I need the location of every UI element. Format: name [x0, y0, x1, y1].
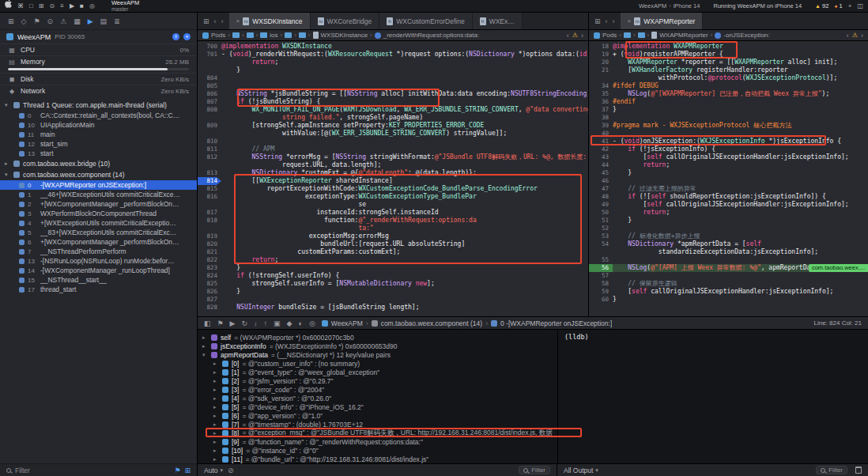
- variable-row[interactable]: ▸[5]= @"device_info" : @"iPhone_iOS_16.2…: [198, 402, 557, 411]
- jumpbar-segment[interactable]: WXSDKInstance: [313, 32, 368, 39]
- code-line[interactable]: withProtocol:@protocol(WXJSExceptionProt…: [589, 74, 868, 82]
- code-line[interactable]: 812 NSString *errorMsg = [NSString strin…: [198, 153, 588, 161]
- code-line[interactable]: 816 exceptionType:WXCustomExceptionType_…: [198, 193, 588, 201]
- related-items-icon[interactable]: ⊞: [203, 17, 209, 25]
- code-line[interactable]: 825 strongSelf.userInfo = [NSMutableDict…: [198, 280, 588, 288]
- code-line[interactable]: return;: [198, 59, 588, 66]
- console-filter-field[interactable]: Filter: [816, 466, 847, 474]
- code-line[interactable]: 20 WXAPMReporter *reporter = [[WXAPMRepo…: [589, 59, 868, 66]
- line-number[interactable]: 826: [198, 288, 221, 296]
- stack-frame[interactable]: 3WXPerformBlockOnComponentThread: [0, 209, 197, 218]
- editor-tab[interactable]: hWXCustomErrorDefine: [379, 13, 472, 29]
- variable-row[interactable]: ▸[6]= @"app_version" : @"1.0": [198, 411, 557, 420]
- tile-window-icon[interactable]: □: [29, 0, 33, 13]
- code-line[interactable]: 44 return;: [589, 161, 868, 169]
- code-line[interactable]: 36#endif: [589, 98, 868, 106]
- code-line[interactable]: 808 WX_MONITOR_FAIL_ON_PAGE(WXMTJSDownlo…: [198, 106, 588, 114]
- editor-tab[interactable]: ×mWXSDKInstance: [229, 13, 311, 29]
- line-number[interactable]: 19: [589, 51, 613, 59]
- filter-placeholder[interactable]: Filter: [15, 467, 30, 474]
- code-line[interactable]: 817 instanceId:strongSelf.instanceId: [198, 209, 588, 217]
- code-line[interactable]: 805: [198, 82, 588, 90]
- line-number[interactable]: 60: [589, 296, 613, 304]
- line-number[interactable]: 46: [589, 177, 613, 185]
- process-options-button[interactable]: ▾: [183, 33, 191, 40]
- disclosure-icon[interactable]: ▸: [213, 387, 219, 393]
- breakpoints-toggle-icon[interactable]: ⚑: [217, 319, 224, 327]
- editor-tab[interactable]: mWXCoreBridge: [311, 13, 380, 29]
- variables-scope-dropdown[interactable]: Auto▾: [204, 467, 223, 474]
- code-line[interactable]: 57: [589, 272, 868, 280]
- variables-filter-field[interactable]: Filter: [519, 466, 550, 474]
- line-number[interactable]: 824: [198, 272, 221, 280]
- process-row[interactable]: WeexAPM PID 30065 ‖ ▾: [0, 30, 197, 43]
- tests-icon[interactable]: ▦: [74, 17, 81, 25]
- code-line[interactable]: withValue:[@(WX_ERR_JSBUNDLE_STRING_CONV…: [198, 130, 588, 138]
- line-number[interactable]: 810: [198, 138, 221, 145]
- variable-row[interactable]: ▸[2]= @"jsfm_version" : @"0.29.7": [198, 376, 557, 385]
- issues-icon[interactable]: ⚠: [60, 17, 66, 25]
- code-line[interactable]: request.URL, data.length];: [198, 161, 588, 169]
- code-line[interactable]: 701- (void)_renderWithRequest:(WXResourc…: [198, 51, 588, 59]
- code-line[interactable]: 822 return;: [198, 256, 588, 264]
- editor-tab[interactable]: hWXEx…: [473, 13, 523, 29]
- code-line[interactable]: string failed.", strongSelf.pageName): [198, 114, 588, 122]
- source-control-icon[interactable]: ◇: [21, 17, 27, 25]
- line-number[interactable]: 806: [198, 90, 221, 98]
- line-number[interactable]: 807: [198, 98, 221, 106]
- step-out-icon[interactable]: ↑: [264, 319, 268, 327]
- jumpbar-segment[interactable]: -onJSException:: [715, 32, 769, 39]
- jumpbar-segment[interactable]: [232, 32, 240, 38]
- window-icon[interactable]: ⌘: [17, 0, 24, 13]
- line-number[interactable]: 38: [589, 114, 613, 122]
- line-number[interactable]: [198, 161, 221, 169]
- line-number[interactable]: 54: [589, 240, 613, 248]
- code-line[interactable]: ta:": [198, 225, 588, 232]
- stack-frame[interactable]: 0CA::Context::retain_all_contexts(bool, …: [0, 111, 197, 120]
- gauge-disk[interactable]: ◼DiskZero KB/s: [0, 73, 197, 85]
- jumpbar-segment[interactable]: [299, 32, 306, 38]
- line-number[interactable]: 18: [589, 43, 613, 51]
- next-issue-icon[interactable]: ›: [581, 32, 583, 40]
- line-number[interactable]: 812: [198, 153, 221, 161]
- disclosure-icon[interactable]: ▸: [213, 430, 219, 436]
- disclosure-icon[interactable]: ▾: [5, 172, 10, 178]
- code-line[interactable]: 38: [589, 114, 868, 122]
- line-number[interactable]: 34: [589, 82, 613, 90]
- step-over-icon[interactable]: ↻: [242, 319, 248, 327]
- line-number[interactable]: [198, 59, 221, 66]
- variable-row[interactable]: ▸[7]= @"timestamp" : (double) 1.76703E+1…: [198, 420, 557, 429]
- code-line[interactable]: 48 if (![self shouldReportException:jsEx…: [589, 193, 868, 201]
- apple-menu-icon[interactable]: [5, 0, 12, 13]
- breakpoint-marker[interactable]: 814: [198, 177, 221, 185]
- disclosure-icon[interactable]: ▸: [213, 378, 219, 384]
- stack-frame[interactable]: 10UIApplicationMain: [0, 120, 197, 130]
- related-items-icon[interactable]: ⊞: [594, 17, 601, 25]
- prev-issue-icon[interactable]: ‹: [847, 32, 849, 40]
- code-line[interactable]: 46: [589, 177, 868, 185]
- line-number[interactable]: 55: [589, 256, 613, 264]
- continue-icon[interactable]: ▶: [230, 319, 236, 327]
- line-number[interactable]: 820: [198, 240, 221, 248]
- code-line[interactable]: 51 }: [589, 217, 868, 225]
- stack-frame[interactable]: 6+[WXComponentManager _performBlockOn…: [0, 237, 197, 247]
- code-line[interactable]: 815 reportExceptionWithCode:WXCustomExce…: [198, 185, 588, 193]
- jumpbar-segment[interactable]: [247, 32, 254, 38]
- line-number[interactable]: 52: [589, 225, 613, 232]
- disclosure-icon[interactable]: ▸: [213, 439, 219, 445]
- code-line[interactable]: 811 // APM: [198, 145, 588, 153]
- view-hierarchy-icon[interactable]: ▣: [274, 319, 281, 327]
- gauge-network[interactable]: ◆NetworkZero KB/s: [0, 85, 197, 96]
- crash-filter-icon[interactable]: ⊞: [184, 467, 191, 474]
- debug-breadcrumb[interactable]: 0 -[WXAPMReporter onJSException:]: [491, 319, 612, 327]
- disclosure-icon[interactable]: ▾: [5, 102, 10, 108]
- source-editor-left[interactable]: 700@implementation WXSDKInstance701- (vo…: [198, 41, 589, 316]
- code-line[interactable]: 819 exceptionMsg:errorMsg: [198, 232, 588, 240]
- disclosure-icon[interactable]: ▸: [213, 456, 219, 463]
- line-number[interactable]: 818: [198, 217, 221, 225]
- jumpbar-segment[interactable]: [624, 32, 631, 38]
- variable-row[interactable]: ▾apmReportData= (__NSDictionaryI *) 12 k…: [198, 350, 557, 359]
- thread-queue-header[interactable]: ▾Thread 1 Queue: com.apple.main-thread (…: [0, 100, 197, 111]
- source-editor-right[interactable]: 18@implementation WXAPMReporter19+ (void…: [589, 41, 868, 316]
- line-number[interactable]: 813: [198, 169, 221, 177]
